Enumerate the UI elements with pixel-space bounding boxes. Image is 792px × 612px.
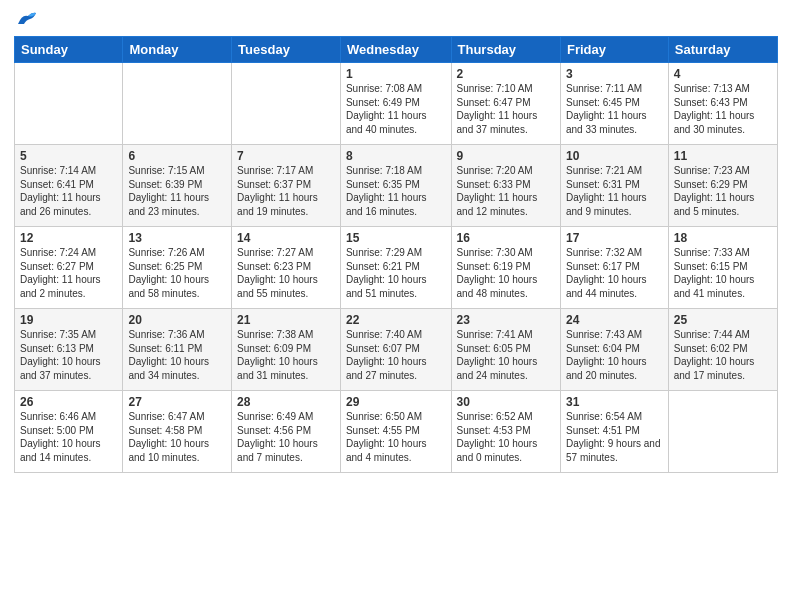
calendar-table: SundayMondayTuesdayWednesdayThursdayFrid… — [14, 36, 778, 473]
calendar-cell — [15, 63, 123, 145]
calendar-header-row: SundayMondayTuesdayWednesdayThursdayFrid… — [15, 37, 778, 63]
day-number: 17 — [566, 231, 663, 245]
day-info: Sunrise: 6:54 AM Sunset: 4:51 PM Dayligh… — [566, 410, 663, 464]
logo-bird-icon — [16, 10, 38, 28]
calendar-cell: 2Sunrise: 7:10 AM Sunset: 6:47 PM Daylig… — [451, 63, 560, 145]
calendar-cell: 13Sunrise: 7:26 AM Sunset: 6:25 PM Dayli… — [123, 227, 232, 309]
calendar-cell: 23Sunrise: 7:41 AM Sunset: 6:05 PM Dayli… — [451, 309, 560, 391]
calendar-cell — [232, 63, 341, 145]
day-number: 30 — [457, 395, 555, 409]
calendar-cell: 4Sunrise: 7:13 AM Sunset: 6:43 PM Daylig… — [668, 63, 777, 145]
calendar-cell: 21Sunrise: 7:38 AM Sunset: 6:09 PM Dayli… — [232, 309, 341, 391]
calendar-cell: 6Sunrise: 7:15 AM Sunset: 6:39 PM Daylig… — [123, 145, 232, 227]
calendar-cell: 10Sunrise: 7:21 AM Sunset: 6:31 PM Dayli… — [560, 145, 668, 227]
day-info: Sunrise: 7:30 AM Sunset: 6:19 PM Dayligh… — [457, 246, 555, 300]
day-header-saturday: Saturday — [668, 37, 777, 63]
day-number: 19 — [20, 313, 117, 327]
day-number: 10 — [566, 149, 663, 163]
day-info: Sunrise: 6:47 AM Sunset: 4:58 PM Dayligh… — [128, 410, 226, 464]
day-header-wednesday: Wednesday — [340, 37, 451, 63]
day-info: Sunrise: 7:38 AM Sunset: 6:09 PM Dayligh… — [237, 328, 335, 382]
day-info: Sunrise: 7:32 AM Sunset: 6:17 PM Dayligh… — [566, 246, 663, 300]
day-number: 20 — [128, 313, 226, 327]
day-info: Sunrise: 7:15 AM Sunset: 6:39 PM Dayligh… — [128, 164, 226, 218]
calendar-cell: 27Sunrise: 6:47 AM Sunset: 4:58 PM Dayli… — [123, 391, 232, 473]
day-info: Sunrise: 7:10 AM Sunset: 6:47 PM Dayligh… — [457, 82, 555, 136]
calendar-cell: 28Sunrise: 6:49 AM Sunset: 4:56 PM Dayli… — [232, 391, 341, 473]
calendar-cell: 16Sunrise: 7:30 AM Sunset: 6:19 PM Dayli… — [451, 227, 560, 309]
day-number: 2 — [457, 67, 555, 81]
calendar-cell — [123, 63, 232, 145]
day-number: 8 — [346, 149, 446, 163]
day-number: 31 — [566, 395, 663, 409]
day-number: 6 — [128, 149, 226, 163]
day-number: 22 — [346, 313, 446, 327]
day-number: 15 — [346, 231, 446, 245]
calendar-cell: 19Sunrise: 7:35 AM Sunset: 6:13 PM Dayli… — [15, 309, 123, 391]
day-number: 1 — [346, 67, 446, 81]
day-number: 27 — [128, 395, 226, 409]
calendar-cell: 22Sunrise: 7:40 AM Sunset: 6:07 PM Dayli… — [340, 309, 451, 391]
day-info: Sunrise: 7:24 AM Sunset: 6:27 PM Dayligh… — [20, 246, 117, 300]
calendar-cell: 5Sunrise: 7:14 AM Sunset: 6:41 PM Daylig… — [15, 145, 123, 227]
logo — [14, 10, 38, 28]
day-number: 3 — [566, 67, 663, 81]
day-header-friday: Friday — [560, 37, 668, 63]
day-info: Sunrise: 7:41 AM Sunset: 6:05 PM Dayligh… — [457, 328, 555, 382]
header — [14, 10, 778, 28]
calendar-cell: 9Sunrise: 7:20 AM Sunset: 6:33 PM Daylig… — [451, 145, 560, 227]
day-number: 23 — [457, 313, 555, 327]
calendar-week-2: 5Sunrise: 7:14 AM Sunset: 6:41 PM Daylig… — [15, 145, 778, 227]
day-info: Sunrise: 7:14 AM Sunset: 6:41 PM Dayligh… — [20, 164, 117, 218]
day-info: Sunrise: 7:08 AM Sunset: 6:49 PM Dayligh… — [346, 82, 446, 136]
day-info: Sunrise: 7:23 AM Sunset: 6:29 PM Dayligh… — [674, 164, 772, 218]
calendar-cell: 1Sunrise: 7:08 AM Sunset: 6:49 PM Daylig… — [340, 63, 451, 145]
day-number: 18 — [674, 231, 772, 245]
day-info: Sunrise: 7:40 AM Sunset: 6:07 PM Dayligh… — [346, 328, 446, 382]
day-number: 11 — [674, 149, 772, 163]
day-info: Sunrise: 6:50 AM Sunset: 4:55 PM Dayligh… — [346, 410, 446, 464]
day-info: Sunrise: 7:13 AM Sunset: 6:43 PM Dayligh… — [674, 82, 772, 136]
calendar-week-3: 12Sunrise: 7:24 AM Sunset: 6:27 PM Dayli… — [15, 227, 778, 309]
day-header-monday: Monday — [123, 37, 232, 63]
calendar-cell: 17Sunrise: 7:32 AM Sunset: 6:17 PM Dayli… — [560, 227, 668, 309]
day-number: 29 — [346, 395, 446, 409]
calendar-cell: 26Sunrise: 6:46 AM Sunset: 5:00 PM Dayli… — [15, 391, 123, 473]
calendar-cell: 24Sunrise: 7:43 AM Sunset: 6:04 PM Dayli… — [560, 309, 668, 391]
calendar-cell: 14Sunrise: 7:27 AM Sunset: 6:23 PM Dayli… — [232, 227, 341, 309]
day-number: 12 — [20, 231, 117, 245]
day-info: Sunrise: 7:11 AM Sunset: 6:45 PM Dayligh… — [566, 82, 663, 136]
calendar-week-1: 1Sunrise: 7:08 AM Sunset: 6:49 PM Daylig… — [15, 63, 778, 145]
day-info: Sunrise: 7:36 AM Sunset: 6:11 PM Dayligh… — [128, 328, 226, 382]
day-info: Sunrise: 7:20 AM Sunset: 6:33 PM Dayligh… — [457, 164, 555, 218]
day-info: Sunrise: 6:52 AM Sunset: 4:53 PM Dayligh… — [457, 410, 555, 464]
day-number: 26 — [20, 395, 117, 409]
calendar-cell — [668, 391, 777, 473]
day-number: 14 — [237, 231, 335, 245]
day-header-thursday: Thursday — [451, 37, 560, 63]
calendar-cell: 30Sunrise: 6:52 AM Sunset: 4:53 PM Dayli… — [451, 391, 560, 473]
day-number: 25 — [674, 313, 772, 327]
calendar-week-4: 19Sunrise: 7:35 AM Sunset: 6:13 PM Dayli… — [15, 309, 778, 391]
calendar-cell: 7Sunrise: 7:17 AM Sunset: 6:37 PM Daylig… — [232, 145, 341, 227]
calendar-cell: 12Sunrise: 7:24 AM Sunset: 6:27 PM Dayli… — [15, 227, 123, 309]
day-info: Sunrise: 6:49 AM Sunset: 4:56 PM Dayligh… — [237, 410, 335, 464]
calendar-cell: 31Sunrise: 6:54 AM Sunset: 4:51 PM Dayli… — [560, 391, 668, 473]
day-info: Sunrise: 7:33 AM Sunset: 6:15 PM Dayligh… — [674, 246, 772, 300]
day-header-sunday: Sunday — [15, 37, 123, 63]
day-number: 24 — [566, 313, 663, 327]
day-info: Sunrise: 7:21 AM Sunset: 6:31 PM Dayligh… — [566, 164, 663, 218]
day-number: 16 — [457, 231, 555, 245]
day-info: Sunrise: 6:46 AM Sunset: 5:00 PM Dayligh… — [20, 410, 117, 464]
calendar-cell: 29Sunrise: 6:50 AM Sunset: 4:55 PM Dayli… — [340, 391, 451, 473]
calendar-week-5: 26Sunrise: 6:46 AM Sunset: 5:00 PM Dayli… — [15, 391, 778, 473]
page-container: SundayMondayTuesdayWednesdayThursdayFrid… — [0, 0, 792, 481]
calendar-cell: 15Sunrise: 7:29 AM Sunset: 6:21 PM Dayli… — [340, 227, 451, 309]
calendar-cell: 11Sunrise: 7:23 AM Sunset: 6:29 PM Dayli… — [668, 145, 777, 227]
calendar-cell: 3Sunrise: 7:11 AM Sunset: 6:45 PM Daylig… — [560, 63, 668, 145]
day-info: Sunrise: 7:26 AM Sunset: 6:25 PM Dayligh… — [128, 246, 226, 300]
calendar-cell: 20Sunrise: 7:36 AM Sunset: 6:11 PM Dayli… — [123, 309, 232, 391]
day-number: 5 — [20, 149, 117, 163]
day-info: Sunrise: 7:27 AM Sunset: 6:23 PM Dayligh… — [237, 246, 335, 300]
day-info: Sunrise: 7:35 AM Sunset: 6:13 PM Dayligh… — [20, 328, 117, 382]
